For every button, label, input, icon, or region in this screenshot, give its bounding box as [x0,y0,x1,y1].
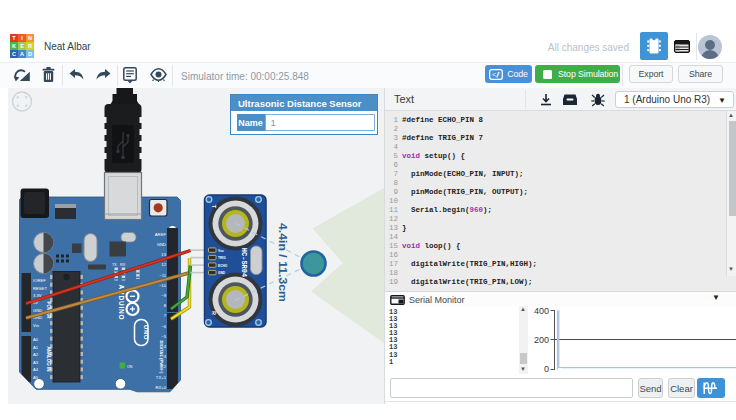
svg-text:Vin: Vin [33,323,40,328]
svg-text:A0: A0 [33,337,39,342]
svg-text:ON: ON [127,365,133,369]
svg-text:R: R [211,311,217,315]
svg-text:</: </ [492,71,500,79]
svg-text:ECHO: ECHO [218,264,228,268]
svg-text:RESET: RESET [33,286,47,291]
svg-text:~9: ~9 [161,293,166,298]
svg-text:GND: GND [33,308,42,313]
svg-text:IOREF: IOREF [33,278,46,283]
svg-text:A4: A4 [33,367,39,372]
svg-text:ANALOG IN: ANALOG IN [46,346,51,371]
svg-text:~6: ~6 [161,324,166,329]
svg-text:GND: GND [218,271,226,275]
svg-text:HC-SR04: HC-SR04 [240,248,248,277]
svg-text:A1: A1 [33,345,39,350]
svg-text:13: 13 [161,252,166,257]
svg-text:AREF: AREF [155,232,167,237]
svg-text:A5: A5 [33,375,39,380]
svg-text:~10: ~10 [159,283,167,288]
svg-text:4.4in / 11.3cm: 4.4in / 11.3cm [277,223,289,302]
svg-text:TX+1: TX+1 [156,375,167,380]
svg-text:TRIG: TRIG [218,256,226,260]
svg-text:12: 12 [161,262,166,267]
svg-text:RX: RX [120,263,126,267]
svg-text:GND: GND [157,242,166,247]
svg-text:DIGITAL (PWM~): DIGITAL (PWM~) [159,341,164,375]
svg-text:A3: A3 [33,360,39,365]
svg-text:~5: ~5 [161,334,166,339]
svg-text:RX+0: RX+0 [155,385,166,390]
svg-text:UNO: UNO [143,325,149,340]
svg-text:TX: TX [112,263,117,267]
svg-text:Vcc: Vcc [218,249,224,253]
svg-text:~11: ~11 [159,273,166,278]
svg-text:A2: A2 [33,352,39,357]
